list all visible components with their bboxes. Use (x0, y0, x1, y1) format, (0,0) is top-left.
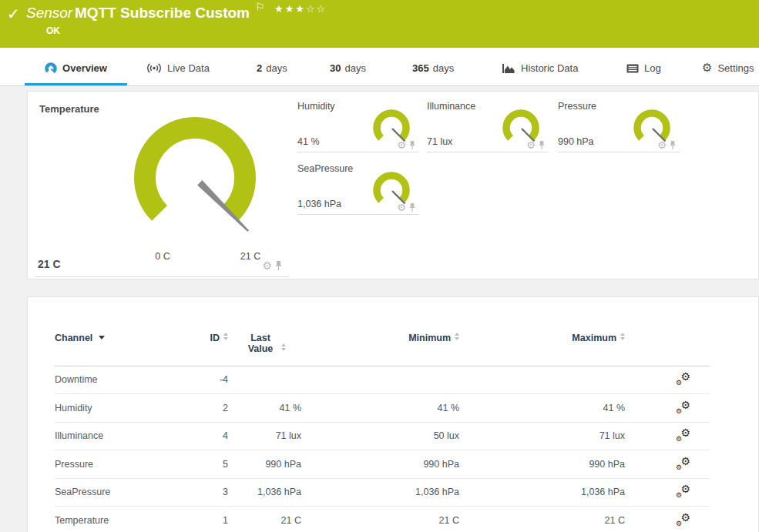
gear-icon: ⚙ (676, 379, 682, 386)
flag-icon[interactable]: ⚐ (255, 1, 265, 13)
gear-icon: ⚙ (680, 455, 690, 467)
tab-365-days-number: 365 (412, 62, 429, 74)
channel-maximum: 990 hPa (459, 450, 625, 479)
sort-descending-icon (99, 336, 105, 340)
object-kind-label: Sensor (26, 5, 72, 22)
edit-channel-gears-icon[interactable]: ⚙⚙ (676, 372, 690, 385)
channel-maximum: 71 lux (459, 422, 625, 450)
column-header-edit (625, 297, 710, 366)
channel-settings-gear-icon[interactable]: ⚙ (397, 202, 406, 212)
pin-icon[interactable] (408, 203, 416, 212)
channel-maximum: 41 % (459, 394, 625, 423)
gauge-title: SeaPressure (297, 163, 353, 174)
channel-name: SeaPressure (55, 478, 193, 507)
channel-last-value: 990 hPa (228, 450, 301, 479)
area-chart-icon (502, 63, 516, 74)
gauge-tile-temperature[interactable]: Temperature 0 C 21 C 21 C ⚙ (35, 95, 289, 277)
channel-settings-gear-icon[interactable]: ⚙ (262, 260, 272, 271)
pin-icon[interactable] (274, 261, 283, 271)
channel-settings-gear-icon[interactable]: ⚙ (526, 140, 536, 150)
table-row[interactable]: Humidity 2 41 % 41 % 41 % ⚙⚙ (55, 394, 710, 423)
edit-channel-gears-icon[interactable]: ⚙⚙ (676, 400, 690, 413)
channel-name: Illuminance (55, 422, 193, 450)
gauge-icon (45, 62, 57, 75)
sort-icon (223, 333, 228, 340)
sort-icon (620, 333, 625, 340)
edit-channel-gears-icon[interactable]: ⚙⚙ (676, 513, 690, 526)
channel-last-value: 71 lux (228, 422, 301, 450)
gauges-panel: Temperature 0 C 21 C 21 C ⚙ Humidity 41 … (27, 91, 759, 279)
channel-minimum: 1,036 hPa (301, 478, 459, 507)
gauge-tile-pressure[interactable]: Pressure 990 hPa ⚙ (558, 95, 680, 152)
gauge-current-value: 21 C (38, 258, 61, 270)
gauge-scale-min: 0 C (150, 251, 175, 262)
column-header-minimum[interactable]: Minimum (301, 297, 459, 366)
gear-icon: ⚙ (680, 511, 690, 524)
pin-icon[interactable] (669, 141, 677, 150)
channel-id: 3 (193, 478, 228, 507)
status-ok-check-icon: ✓ (7, 5, 20, 23)
tab-settings-label: Settings (717, 62, 754, 74)
channel-name: Humidity (55, 394, 193, 423)
column-header-channel-label: Channel (55, 333, 92, 343)
column-header-last-value[interactable]: Last Value (228, 297, 301, 366)
channel-name: Downtime (55, 366, 193, 394)
channel-settings-gear-icon[interactable]: ⚙ (657, 140, 667, 150)
column-header-channel[interactable]: Channel (55, 297, 193, 366)
gear-icon: ⚙ (680, 483, 690, 495)
tab-live-data-label: Live Data (167, 62, 210, 74)
priority-stars[interactable]: ★★★☆☆ (274, 3, 327, 15)
table-row[interactable]: SeaPressure 3 1,036 hPa 1,036 hPa 1,036 … (55, 478, 710, 507)
gauge-tile-humidity[interactable]: Humidity 41 % ⚙ (297, 95, 419, 152)
tab-live-data[interactable]: Live Data (146, 48, 210, 85)
broadcast-icon (146, 63, 162, 73)
tab-bar: Overview Live Data 2 days 30 days 365 da… (0, 48, 759, 86)
tab-log[interactable]: Log (626, 48, 661, 85)
column-header-maximum[interactable]: Maximum (459, 297, 625, 366)
gauge-tile-seapressure[interactable]: SeaPressure 1,036 hPa ⚙ (297, 158, 419, 215)
log-list-icon (626, 64, 639, 73)
channel-id: 5 (193, 450, 228, 479)
tab-30-days[interactable]: 30 days (330, 48, 366, 85)
edit-channel-gears-icon[interactable]: ⚙⚙ (676, 484, 690, 497)
channel-maximum: 21 C (459, 507, 625, 532)
channel-minimum: 990 hPa (301, 450, 459, 479)
gauge-tile-illuminance[interactable]: Illuminance 71 lux ⚙ (427, 95, 549, 152)
edit-channel-gears-icon[interactable]: ⚙⚙ (676, 457, 690, 470)
table-row[interactable]: Temperature 1 21 C 21 C 21 C ⚙⚙ (55, 507, 710, 532)
tab-30-days-number: 30 (330, 62, 341, 74)
channel-settings-gear-icon[interactable]: ⚙ (397, 140, 406, 150)
gauge-scale-max: 21 C (237, 251, 264, 262)
channel-id: 2 (193, 394, 228, 423)
tab-365-days[interactable]: 365 days (412, 48, 454, 85)
gear-icon: ⚙ (680, 370, 690, 383)
channel-minimum: 50 lux (301, 422, 459, 450)
column-header-id[interactable]: ID (193, 297, 228, 366)
gauge-current-value: 71 lux (427, 136, 452, 147)
gauge-title: Temperature (39, 103, 99, 115)
column-header-last-value-label: Last Value (243, 333, 277, 354)
table-row[interactable]: Illuminance 4 71 lux 50 lux 71 lux ⚙⚙ (55, 422, 710, 450)
channel-maximum (459, 366, 625, 394)
sensor-header: ✓ Sensor MQTT Subscribe Custom ⚐ ★★★☆☆ O… (0, 0, 759, 48)
pin-icon[interactable] (538, 141, 546, 150)
tab-overview[interactable]: Overview (25, 48, 127, 85)
table-row[interactable]: Downtime -4 ⚙⚙ (55, 366, 710, 394)
sort-icon (455, 333, 459, 340)
tab-settings[interactable]: ⚙ Settings (702, 48, 754, 85)
tab-2-days[interactable]: 2 days (257, 48, 287, 85)
channel-last-value: 1,036 hPa (228, 478, 301, 507)
page-title: MQTT Subscribe Custom (75, 5, 250, 22)
gear-icon: ⚙ (676, 407, 682, 415)
temperature-gauge (118, 109, 272, 247)
gauge-current-value: 990 hPa (558, 136, 594, 147)
tab-historic-data[interactable]: Historic Data (502, 48, 578, 85)
gauge-title: Pressure (558, 101, 596, 112)
table-row[interactable]: Pressure 5 990 hPa 990 hPa 990 hPa ⚙⚙ (55, 450, 710, 479)
channel-table-panel: Channel ID Last Value Minimum Maximum (27, 296, 759, 532)
tab-30-days-unit: days (344, 62, 365, 74)
channel-last-value: 21 C (228, 507, 301, 532)
edit-channel-gears-icon[interactable]: ⚙⚙ (676, 428, 690, 441)
channel-name: Temperature (55, 507, 193, 532)
pin-icon[interactable] (408, 141, 416, 150)
